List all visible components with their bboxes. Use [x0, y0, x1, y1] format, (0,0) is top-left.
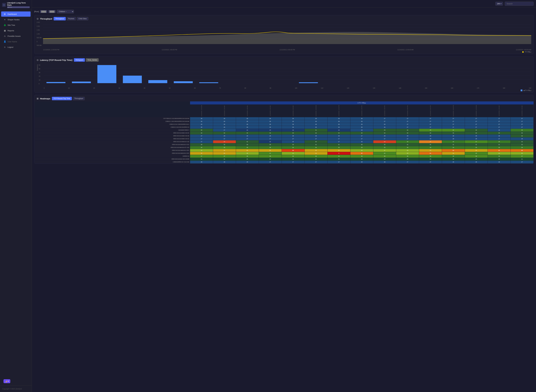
sidebar-item-shaper-nodes[interactable]: ≡ Shaper Nodes — [1, 17, 31, 22]
heatmap-cell: 27 — [511, 160, 533, 163]
heatmap-cell: 28 — [465, 160, 488, 163]
heatmap-cell: 42 — [373, 152, 396, 155]
latency-header: ⊙ Latency (TCP Round-Trip Time) Histogra… — [34, 56, 534, 63]
heatmap-cell: 27 — [236, 137, 259, 140]
heatmap-cell: 27 — [327, 160, 350, 163]
throughput-header: ⊙ Throughput Throughput Packets Child Si… — [34, 15, 534, 22]
heatmap-tab-throughput[interactable]: Throughput — [73, 97, 85, 100]
heatmap-cell: 32 — [511, 131, 533, 135]
theme-toggle-button[interactable]: 🌙 ▾ — [4, 379, 10, 383]
heatmap-cell: 44 — [282, 152, 304, 155]
heatmap-cell: 27 — [373, 117, 396, 120]
heatmap-cell: 26 — [236, 120, 259, 123]
throughput-title: Throughput — [40, 18, 52, 20]
heatmap-cell: 46 — [236, 152, 259, 155]
breadcrumb-root: [Root] — [34, 11, 39, 13]
heatmap-cell: 28 — [488, 135, 511, 137]
heatmap-cell: 31 — [327, 143, 350, 146]
children-dropdown[interactable]: Children -- All Direct Children — [57, 10, 74, 13]
sidebar-item-reports[interactable]: ▦ Reports — [1, 28, 31, 33]
heatmap-cell: 26 — [213, 126, 236, 129]
sidebar-item-label: Site Tree — [8, 24, 15, 26]
heatmap-cell: 49 — [350, 149, 373, 152]
heatmap-row-label: ⒫⒬⒭⒮⒯⒰⒱⒲⒳ ⒴⒵Ⓒ — [34, 137, 190, 140]
heatmap-cell: 26 — [190, 117, 213, 120]
heatmap-ts-cell: 11/13/2023, 8:00 PM — [419, 104, 442, 117]
heatmap-cell: 36 — [373, 155, 396, 158]
heatmap-cell: 27 — [282, 137, 304, 140]
heatmap-cell: 27 — [350, 137, 373, 140]
svg-rect-17 — [148, 80, 167, 83]
sidebar-logout-label: Logout — [8, 46, 13, 48]
throughput-tab-throughput[interactable]: Throughput — [54, 17, 66, 20]
sidebar-item-possible-issues[interactable]: ⚠ Possible Issues — [1, 33, 31, 39]
heatmap-cell: 27 — [419, 117, 442, 120]
heatmap-cell: 26 — [373, 123, 396, 126]
node-pill-1[interactable]: ████ — [40, 10, 47, 13]
histogram-svg — [44, 64, 531, 83]
heatmap-cell: 27 — [511, 126, 533, 129]
throughput-chart-container: 2.5G 2.0G 1.5G 1.0G 500.0M 0 500.0M — [34, 22, 534, 51]
heatmap-cell: 21 — [213, 158, 236, 160]
heatmap-tab-tcp-rtt[interactable]: TCP Round-Trip Time — [52, 97, 72, 100]
legend-dot — [522, 51, 524, 53]
heatmap-cell: 28 — [259, 135, 282, 137]
sidebar-item-dashboard[interactable]: ⊞ Dashboard — [1, 11, 31, 17]
throughput-tab-packets[interactable]: Packets — [67, 17, 76, 20]
heatmap-row: ⒫⒬⒭⒮⒯⒰⒱⒲⒳ ⒴⒵Ⓐ323232323232323232323232323… — [34, 131, 534, 135]
heatmap-cell: 27 — [511, 120, 533, 123]
time-selector[interactable]: 24h ▾ — [495, 2, 503, 6]
latency-tab-time-series[interactable]: Time_Series — [86, 58, 99, 62]
sidebar-item-logout[interactable]: ⎋ Logout — [1, 44, 31, 50]
heatmap-cell: 23 — [373, 140, 396, 143]
heatmap-body: ⒡ΓΓΓ⒢⒣⒤⒥ ⒦⒧⒨⒩⒪⒫⒬⒭⒮⒯⒰⒱⒲262626262626262627… — [34, 117, 534, 163]
latency-tab-histogram[interactable]: Histogram — [74, 58, 85, 62]
heatmap-cell: 30 — [259, 143, 282, 146]
heatmap-cell: 27 — [419, 126, 442, 129]
heatmap-cell: 33 — [442, 146, 465, 149]
heatmap-cell: 41 — [259, 152, 282, 155]
heatmap-cell: 26 — [190, 126, 213, 129]
heatmap-ts-cell: 11/14/2023, 2:00 AM — [488, 104, 511, 117]
heatmap-cell: 27 — [304, 160, 327, 163]
heatmap-cell: 53 — [465, 149, 488, 152]
heatmap-cell: 39 — [419, 129, 442, 131]
heatmap-cell: 27 — [213, 137, 236, 140]
heatmap-cell: 43 — [190, 149, 213, 152]
heatmap-ts-cell: 11/13/2023, 4:00 PM — [373, 104, 396, 117]
heatmap-cell: 63 — [442, 149, 465, 152]
search-input[interactable] — [505, 2, 534, 6]
heatmap-cell: 31 — [419, 143, 442, 146]
heatmap-cell: 27 — [396, 123, 419, 126]
heatmap-cell: 31 — [304, 129, 327, 131]
heatmap-cell: 34 — [304, 146, 327, 149]
heatmap-cell: 32 — [465, 129, 488, 131]
heatmap-cell: 28 — [511, 137, 533, 140]
heatmap-cell: 33 — [327, 146, 350, 149]
latency-tabs: Histogram Time_Series — [74, 58, 99, 62]
heatmap-cell: 24 — [236, 129, 259, 131]
heatmaps-card: ⊠ Heatmaps TCP Round-Trip Time Throughpu… — [34, 95, 534, 164]
heatmap-cell: 36 — [304, 155, 327, 158]
heatmap-timestamp-row: 11/13/2023, 12:00 AM11/13/2023, 2:00 AM1… — [34, 104, 534, 117]
heatmap-cell: 27 — [190, 137, 213, 140]
heatmap-cell: 27 — [396, 117, 419, 120]
heatmap-cell: 32 — [442, 131, 465, 135]
heatmap-row-label: ⒫⒬⒭⒮⒯⒰⒱⒲⒳⒴ ⒵Ⓓ — [34, 140, 190, 143]
sidebar-item-site-tree[interactable]: 🌲 Site Tree — [1, 23, 31, 28]
heatmap-cell: 27 — [419, 120, 442, 123]
heatmap-cell: 28 — [396, 135, 419, 137]
heatmap-cell: 33 — [396, 140, 419, 143]
heatmap-cell: 36 — [419, 155, 442, 158]
heatmap-cell: 27 — [396, 120, 419, 123]
heatmap-cell: 62 — [350, 152, 373, 155]
throughput-tab-child-sites[interactable]: Child Sites — [77, 17, 88, 20]
user-icon: 👤 — [4, 40, 6, 43]
heatmap-cell: 36 — [327, 155, 350, 158]
node-pill-2[interactable]: ████ — [48, 10, 56, 13]
heatmap-cell: 26 — [350, 123, 373, 126]
site-tree-icon: 🌲 — [4, 24, 6, 26]
sidebar-item-user[interactable]: 👤 User Name — [1, 39, 31, 44]
heatmap-cell: 32 — [282, 131, 304, 135]
heatmaps-header: ⊠ Heatmaps TCP Round-Trip Time Throughpu… — [34, 95, 534, 101]
